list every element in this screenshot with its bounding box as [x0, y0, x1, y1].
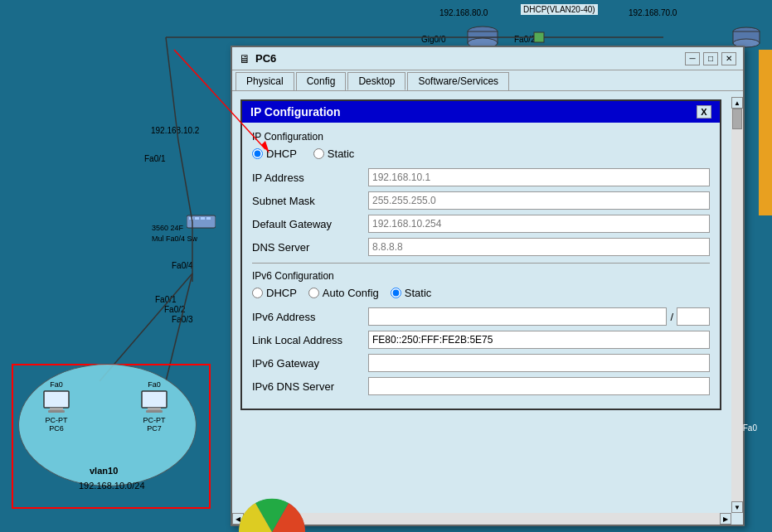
iface-fa0-right: Fa0	[743, 423, 757, 433]
tab-physical[interactable]: Physical	[235, 72, 294, 90]
iface-fa04-1: Fa0/4	[172, 261, 193, 270]
window-tabs: Physical Config Desktop Software/Service…	[232, 70, 743, 91]
scroll-thumb-v[interactable]	[732, 109, 742, 129]
svg-rect-13	[195, 217, 199, 220]
svg-line-17	[178, 141, 192, 222]
pc7-svg	[141, 390, 168, 414]
pc6-label1: PC-PT	[43, 416, 70, 424]
link-local-label: Link Local Address	[252, 334, 368, 346]
tab-config[interactable]: Config	[296, 72, 347, 90]
subnet-mask-row: Subnet Mask	[252, 191, 710, 210]
iface-fa03: Fa0/3	[172, 315, 193, 324]
pc6-fa-label: Fa0	[43, 380, 70, 389]
ip-section-label: IP Configuration	[252, 131, 710, 143]
pc7-fa-label: Fa0	[141, 380, 168, 389]
svg-rect-25	[148, 408, 161, 410]
static-radio-option[interactable]: Static	[313, 148, 355, 160]
ipv6-dns-row: IPv6 DNS Server	[252, 377, 710, 395]
svg-rect-21	[44, 391, 69, 408]
scroll-track-v	[731, 109, 743, 501]
dhcp-radio-option[interactable]: DHCP	[252, 148, 297, 160]
pc6-label2: PC6	[43, 424, 70, 433]
switch-3560: 3560 24F	[152, 224, 183, 232]
ipv6-static-option[interactable]: Static	[391, 287, 432, 299]
ip-config-title: IP Configuration	[250, 105, 341, 118]
iface-fa02: Fa0/2	[514, 35, 536, 44]
minimize-button[interactable]: ─	[685, 52, 700, 65]
ip-config-titlebar: IP Configuration X	[242, 101, 720, 123]
tab-desktop[interactable]: Desktop	[347, 72, 405, 90]
iface-mul-fa04: Mul Fa0/4 Sw	[152, 235, 197, 243]
iface-fa02-2: Fa0/2	[164, 305, 186, 314]
link-local-row: Link Local Address	[252, 331, 710, 349]
default-gateway-input[interactable]	[368, 215, 710, 233]
svg-rect-24	[142, 391, 167, 408]
link-local-input[interactable]	[368, 331, 710, 349]
scroll-right-button[interactable]: ▶	[720, 513, 731, 525]
ipv6-dhcp-option[interactable]: DHCP	[252, 287, 297, 299]
default-gateway-label: Default Gateway	[252, 218, 368, 230]
ip-config-dialog: IP Configuration X IP Configuration DHCP…	[240, 99, 721, 410]
close-button[interactable]: ✕	[721, 52, 736, 65]
ipv6-address-input[interactable]	[368, 307, 667, 326]
ipv6-gateway-input[interactable]	[368, 354, 710, 372]
ipv6-autoconfig-option[interactable]: Auto Config	[308, 287, 379, 299]
window-scrollbar: ▲ ▼	[731, 97, 743, 513]
iface-fa01-2: Fa0/1	[155, 295, 177, 304]
ipv6-gateway-row: IPv6 Gateway	[252, 354, 710, 372]
network-lines-top	[0, 0, 772, 50]
svg-rect-26	[146, 410, 163, 413]
ip-label-10-2: 192.168.10.2	[151, 126, 199, 135]
ipv6-dhcp-radio[interactable]	[252, 288, 263, 298]
switch-icon	[187, 211, 216, 232]
dhcp-label: DHCP	[266, 148, 297, 160]
window-title-icon: 🖥	[239, 52, 250, 65]
svg-rect-15	[206, 217, 211, 220]
pc7-icon[interactable]: Fa0 PC-PT PC7	[141, 380, 168, 433]
maximize-button[interactable]: □	[703, 52, 718, 65]
ipv6-dns-label: IPv6 DNS Server	[252, 380, 368, 393]
ip-address-input[interactable]	[368, 168, 710, 186]
window-title-text: PC6	[255, 52, 276, 65]
ipv6-prefix-input[interactable]	[677, 307, 710, 326]
scroll-down-button[interactable]: ▼	[731, 501, 743, 513]
svg-rect-12	[189, 217, 193, 220]
ipv6-static-radio[interactable]	[391, 288, 401, 298]
pc6-icon[interactable]: Fa0 PC-PT PC6	[43, 380, 70, 433]
vlan-label: vlan10	[90, 466, 118, 476]
svg-rect-23	[48, 410, 65, 413]
svg-rect-22	[50, 408, 63, 410]
ip-label-80: 192.168.80.0	[439, 8, 488, 17]
window-content: IP Configuration X IP Configuration DHCP…	[232, 91, 743, 519]
ip-config-body: IP Configuration DHCP Static IP Address	[242, 123, 720, 409]
scroll-track-h	[244, 513, 720, 525]
subnet-mask-input[interactable]	[368, 191, 710, 210]
pie-chart-area	[231, 491, 313, 532]
pc7-label1: PC-PT	[141, 416, 168, 424]
ipv4-radio-row: DHCP Static	[252, 148, 710, 160]
window-titlebar: 🖥 PC6 ─ □ ✕	[232, 47, 743, 70]
dns-server-label: DNS Server	[252, 241, 368, 254]
ip-config-close-button[interactable]: X	[697, 105, 711, 118]
subnet-mask-label: Subnet Mask	[252, 195, 368, 207]
ipv6-static-label: Static	[405, 287, 432, 299]
static-label: Static	[328, 148, 355, 160]
ipv6-address-row: IPv6 Address /	[252, 307, 710, 326]
orange-sidebar	[759, 50, 772, 215]
scroll-up-button[interactable]: ▲	[731, 97, 743, 109]
pc6-window: 🖥 PC6 ─ □ ✕ Physical Config Desktop Soft…	[231, 46, 745, 526]
dhcp-radio[interactable]	[252, 148, 263, 159]
ipv6-gateway-label: IPv6 Gateway	[252, 357, 368, 370]
ipv6-address-label: IPv6 Address	[252, 311, 368, 323]
svg-line-20	[166, 273, 192, 381]
window-title-left: 🖥 PC6	[239, 52, 276, 65]
ipv6-autoconfig-radio[interactable]	[308, 288, 319, 298]
ipv6-radio-row: DHCP Auto Config Static	[252, 287, 710, 299]
dns-server-input[interactable]	[368, 238, 710, 256]
tab-software-services[interactable]: Software/Services	[407, 72, 509, 90]
ip-label-70: 192.168.70.0	[629, 8, 677, 17]
static-radio[interactable]	[313, 148, 324, 159]
iface-gig00: Gig0/0	[421, 35, 445, 44]
ipv6-autoconfig-label: Auto Config	[323, 287, 379, 299]
ipv6-dns-input[interactable]	[368, 377, 710, 395]
